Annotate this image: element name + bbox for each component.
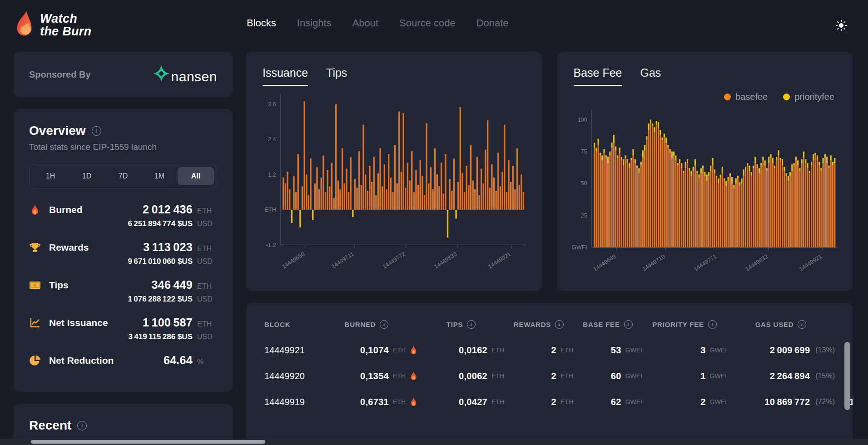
- col-label: BURNED: [345, 321, 376, 328]
- stat-row-tips: Tips346 449ETH1 076 288 122 $USUSD: [29, 278, 217, 304]
- charts-row: Issuance Tips 3.62.41.2ETH-1.21444965014…: [246, 52, 853, 291]
- col-label: TIPS: [446, 321, 463, 328]
- nav-item-donate[interactable]: Donate: [476, 17, 509, 29]
- nansen-logo[interactable]: nansen: [152, 64, 217, 84]
- cell-burned: 0,6731ETH: [315, 397, 418, 407]
- right-column: Issuance Tips 3.62.41.2ETH-1.21444965014…: [246, 52, 853, 445]
- cell-rewards: 2ETH: [504, 345, 573, 356]
- col-block: BLOCK: [264, 321, 315, 328]
- range-1m[interactable]: 1M: [141, 167, 178, 185]
- cell-rewards: 2ETH: [504, 397, 573, 407]
- svg-text:1.2: 1.2: [268, 171, 276, 178]
- range-1h[interactable]: 1H: [32, 167, 69, 185]
- range-all[interactable]: All: [178, 167, 214, 185]
- basefee-chart[interactable]: 100755025GWEI144496491444971014449771144…: [571, 106, 841, 277]
- theme-toggle-button[interactable]: [834, 19, 848, 33]
- col-burned: BURNEDi: [315, 320, 418, 329]
- cell-block: 14449919: [264, 397, 315, 407]
- cell-base-fee: 53GWEI: [573, 345, 642, 356]
- col-label: BLOCK: [264, 321, 290, 328]
- stat-usd-value: 9 671 010 060 $US: [128, 257, 193, 266]
- legend-priorityfee[interactable]: priorityfee: [783, 92, 834, 102]
- stat-usd-unit: USD: [197, 333, 217, 341]
- basefee-legend: basefeepriorityfee: [571, 91, 835, 103]
- overview-title: Overview: [29, 124, 86, 138]
- stat-label: Tips: [49, 280, 69, 291]
- svg-text:14449710: 14449710: [640, 253, 666, 272]
- table-vertical-scrollbar[interactable]: [844, 342, 850, 410]
- overview-stats: Burned2 012 436ETH6 251 894 774 $USUSDRe…: [29, 203, 217, 367]
- svg-text:14449711: 14449711: [330, 250, 355, 270]
- stat-value: 2 012 436: [143, 203, 193, 216]
- stat-unit: ETH: [197, 245, 217, 253]
- table-body: 144499210,1074ETH0,0162ETH2ETH53GWEI3GWE…: [264, 337, 843, 415]
- tab-issuance[interactable]: Issuance: [263, 66, 308, 86]
- page-horizontal-scrollbar-thumb[interactable]: [31, 440, 265, 444]
- logo-text: Watch the Burn: [40, 12, 91, 38]
- nav-item-blocks[interactable]: Blocks: [247, 17, 276, 29]
- table-row-14449921[interactable]: 144499210,1074ETH0,0162ETH2ETH53GWEI3GWE…: [264, 337, 843, 363]
- stat-usd-value: 6 251 894 774 $US: [128, 219, 193, 228]
- basefee-card: Base Fee Gas basefeepriorityfee 10075502…: [557, 52, 853, 291]
- col-priority-fee: PRIORITY FEEi: [642, 320, 727, 329]
- tab-gas[interactable]: Gas: [640, 66, 661, 86]
- stat-usd-unit: USD: [197, 257, 217, 266]
- col-gas-used: GAS USEDi: [727, 320, 835, 329]
- cell-block: 14449921: [264, 345, 315, 356]
- nav-item-source-code[interactable]: Source code: [399, 17, 456, 29]
- tab-tips[interactable]: Tips: [326, 66, 347, 86]
- legend-basefee[interactable]: basefee: [724, 92, 768, 102]
- flame-icon: [410, 371, 418, 381]
- table-row-14449919[interactable]: 144499190,6731ETH0,0427ETH2ETH62GWEI2GWE…: [264, 389, 843, 415]
- svg-text:GWEI: GWEI: [571, 244, 587, 251]
- recent-title: Recent: [29, 418, 71, 433]
- nav-item-about[interactable]: About: [352, 17, 379, 29]
- stat-unit: ETH: [197, 320, 217, 328]
- info-icon[interactable]: i: [380, 320, 388, 329]
- stat-row-rewards: Rewards3 113 023ETH9 671 010 060 $USUSD: [29, 241, 217, 266]
- nansen-wordmark: nansen: [171, 69, 217, 84]
- info-icon[interactable]: i: [624, 320, 633, 329]
- issuance-tabs: Issuance Tips: [263, 66, 530, 86]
- chart-line-icon: [29, 317, 43, 329]
- issuance-chart[interactable]: 3.62.41.2ETH-1.2144496501444971114449772…: [260, 90, 530, 275]
- cell-block: 14449920: [264, 371, 315, 381]
- table-row-14449920[interactable]: 144499200,1354ETH0,0062ETH2ETH60GWEI1GWE…: [264, 363, 843, 389]
- col-tips: TIPSi: [418, 320, 504, 329]
- info-icon[interactable]: i: [708, 320, 717, 329]
- cell-priority-fee: 1GWEI: [642, 371, 727, 381]
- svg-text:14449921: 14449921: [487, 250, 512, 270]
- logo[interactable]: Watch the Burn: [14, 10, 91, 40]
- cell-tips: 0,0062ETH: [418, 371, 504, 381]
- stat-value: 1 100 587: [143, 316, 193, 329]
- logo-text-line2: the Burn: [40, 25, 91, 38]
- left-column: Sponsored By nansen: [14, 52, 233, 445]
- info-icon[interactable]: i: [467, 320, 476, 329]
- info-icon[interactable]: i: [798, 320, 806, 329]
- range-1d[interactable]: 1D: [69, 167, 105, 185]
- svg-text:ETH: ETH: [264, 206, 276, 213]
- info-icon[interactable]: i: [555, 320, 564, 329]
- svg-text:14449650: 14449650: [281, 250, 306, 270]
- info-icon[interactable]: i: [92, 126, 101, 136]
- svg-text:75: 75: [580, 148, 587, 155]
- sponsor-card: Sponsored By nansen: [14, 52, 233, 97]
- stat-label: Net Reduction: [49, 355, 114, 366]
- info-icon[interactable]: i: [77, 421, 87, 430]
- col-rewards: REWARDSi: [504, 320, 573, 329]
- legend-label: priorityfee: [794, 92, 834, 102]
- app-header: Watch the Burn BlocksInsightsAboutSource…: [0, 0, 868, 51]
- flame-icon: [410, 397, 418, 407]
- tab-base-fee[interactable]: Base Fee: [574, 66, 622, 86]
- cell-rewards: 2ETH: [504, 371, 573, 381]
- legend-dot-basefee: [724, 94, 731, 100]
- range-7d[interactable]: 7D: [105, 167, 141, 185]
- basefee-tabs: Base Fee Gas: [574, 66, 841, 86]
- logo-flame-icon: [14, 10, 35, 40]
- stat-value: 64.64: [164, 354, 193, 367]
- nav-item-insights[interactable]: Insights: [297, 17, 332, 29]
- col-label: PRIORITY FEE: [652, 321, 704, 328]
- money-icon: [29, 279, 43, 291]
- stat-row-burned: Burned2 012 436ETH6 251 894 774 $USUSD: [29, 203, 217, 228]
- stat-usd-unit: USD: [197, 220, 217, 228]
